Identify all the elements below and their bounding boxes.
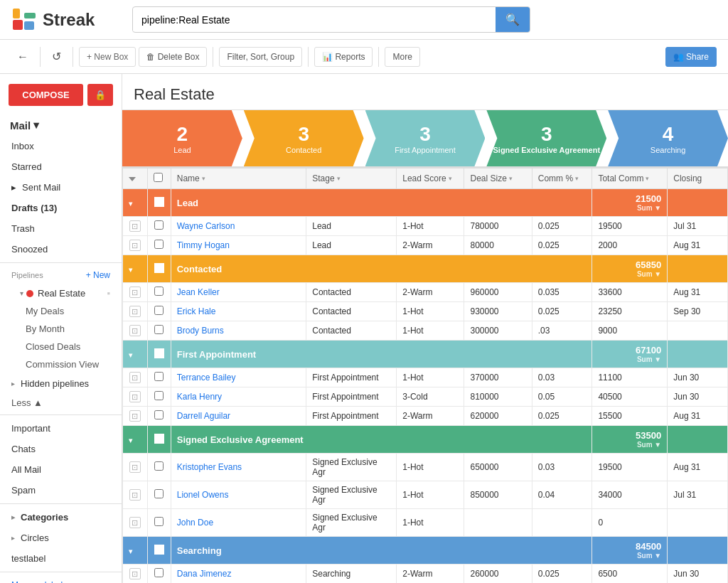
table-row[interactable]: ⊡ Terrance Bailey First Appointment 1-Ho… xyxy=(123,368,728,387)
sidebar-item-important[interactable]: Important xyxy=(0,418,122,439)
group-checkbox[interactable] xyxy=(154,197,164,207)
row-expand-icon[interactable]: ⊡ xyxy=(129,489,141,501)
row-expand-icon[interactable]: ⊡ xyxy=(129,306,141,317)
row-checkbox[interactable] xyxy=(154,391,164,400)
reports-button[interactable]: 📊 Reports xyxy=(314,47,373,67)
row-expand-icon[interactable]: ⊡ xyxy=(129,287,141,298)
pipeline-real-estate[interactable]: ▾ Real Estate ▪ xyxy=(0,284,122,302)
back-button[interactable]: ← xyxy=(11,46,34,68)
row-name[interactable]: Timmy Hogan xyxy=(171,236,306,255)
stage-first-appointment[interactable]: 3 First Appointment xyxy=(365,110,486,166)
search-bar[interactable]: 🔍 xyxy=(132,6,530,33)
group-checkbox-cell[interactable] xyxy=(147,189,171,217)
new-box-button[interactable]: + New Box xyxy=(79,47,136,67)
row-expand-icon[interactable]: ⊡ xyxy=(129,240,141,251)
select-all-checkbox[interactable] xyxy=(154,173,163,182)
sidebar-categories[interactable]: ▸ Categories xyxy=(0,507,122,528)
col-deal-size[interactable]: Deal Size ▾ xyxy=(464,169,532,189)
sidebar-testlabel[interactable]: testlabel xyxy=(0,548,122,569)
table-row[interactable]: ⊡ Dana Jimenez Searching 2-Warm 260000 0… xyxy=(123,565,728,584)
row-name[interactable]: Dana Jimenez xyxy=(171,565,306,584)
search-input[interactable] xyxy=(133,9,496,31)
group-checkbox-cell[interactable] xyxy=(147,255,171,283)
row-name[interactable]: Lionel Owens xyxy=(171,481,306,509)
row-checkbox[interactable] xyxy=(154,461,164,471)
share-button[interactable]: 👥 Share xyxy=(665,47,717,67)
table-row[interactable]: ⊡ Erick Hale Contacted 1-Hot 930000 0.02… xyxy=(123,302,728,321)
col-lead-score[interactable]: Lead Score ▾ xyxy=(397,169,464,189)
row-checkbox[interactable] xyxy=(154,410,164,419)
manage-labels[interactable]: Manage labels xyxy=(0,575,122,583)
row-name[interactable]: Wayne Carlson xyxy=(171,217,306,236)
row-checkbox-cell[interactable] xyxy=(147,509,171,537)
row-checkbox[interactable] xyxy=(154,517,164,526)
refresh-button[interactable]: ↺ xyxy=(46,46,67,68)
row-expand-icon[interactable]: ⊡ xyxy=(129,325,141,336)
new-pipeline-button[interactable]: + New xyxy=(86,270,110,280)
stage-searching[interactable]: 4 Searching xyxy=(608,110,728,166)
stage-signed[interactable]: 3 Signed Exclusive Agreement xyxy=(486,110,606,166)
row-expand-icon[interactable]: ⊡ xyxy=(129,220,141,232)
pipeline-settings-icon[interactable]: ▪ xyxy=(107,288,110,299)
sidebar-item-drafts[interactable]: Drafts (13) xyxy=(0,198,122,218)
row-name[interactable]: Kristopher Evans xyxy=(171,454,306,481)
group-toggle[interactable]: ▾ xyxy=(123,189,148,217)
group-checkbox-cell[interactable] xyxy=(147,341,171,368)
row-expand-icon[interactable]: ⊡ xyxy=(129,568,141,579)
group-toggle[interactable]: ▾ xyxy=(123,426,148,454)
row-checkbox-cell[interactable] xyxy=(147,283,171,302)
row-checkbox[interactable] xyxy=(154,489,164,498)
search-button[interactable]: 🔍 xyxy=(496,7,530,32)
row-checkbox[interactable] xyxy=(154,220,164,230)
row-checkbox[interactable] xyxy=(154,287,164,296)
row-checkbox[interactable] xyxy=(154,325,164,334)
row-name[interactable]: Jean Keller xyxy=(171,283,306,302)
row-expand-icon[interactable]: ⊡ xyxy=(129,410,141,422)
row-checkbox-cell[interactable] xyxy=(147,236,171,255)
mail-dropdown[interactable]: Mail ▾ xyxy=(0,114,122,136)
group-checkbox[interactable] xyxy=(154,545,164,555)
row-name[interactable]: John Doe xyxy=(171,509,306,537)
group-checkbox-cell[interactable] xyxy=(147,426,171,454)
sidebar-circles[interactable]: ▸ Circles xyxy=(0,528,122,548)
row-checkbox-cell[interactable] xyxy=(147,454,171,481)
row-name[interactable]: Brody Burns xyxy=(171,321,306,341)
row-checkbox-cell[interactable] xyxy=(147,368,171,387)
pipelines-header[interactable]: Pipelines + New xyxy=(0,266,122,284)
row-checkbox[interactable] xyxy=(154,240,164,249)
hidden-pipelines[interactable]: ▸ Hidden pipelines xyxy=(0,373,122,394)
table-row[interactable]: ⊡ Darrell Aguilar First Appointment 2-Wa… xyxy=(123,407,728,426)
table-row[interactable]: ⊡ Jean Keller Contacted 2-Warm 960000 0.… xyxy=(123,283,728,302)
col-comm-pct[interactable]: Comm % ▾ xyxy=(532,169,592,189)
row-checkbox[interactable] xyxy=(154,372,164,381)
group-toggle[interactable]: ▾ xyxy=(123,255,148,283)
row-expand-icon[interactable]: ⊡ xyxy=(129,461,141,473)
lock-button[interactable]: 🔒 xyxy=(87,84,113,106)
table-row[interactable]: ⊡ Lionel Owens Signed Exclusive Agr 1-Ho… xyxy=(123,481,728,509)
sidebar-item-sent[interactable]: ▸ Sent Mail xyxy=(0,177,122,198)
stage-contacted[interactable]: 3 Contacted xyxy=(244,110,364,166)
sidebar-item-spam[interactable]: Spam xyxy=(0,480,122,501)
table-row[interactable]: ⊡ Timmy Hogan Lead 2-Warm 80000 0.025 20… xyxy=(123,236,728,255)
filter-sort-button[interactable]: Filter, Sort, Group xyxy=(219,47,302,67)
col-name[interactable]: Name ▾ xyxy=(171,169,306,189)
sidebar-sub-commission-view[interactable]: Commission View xyxy=(0,355,122,373)
row-checkbox-cell[interactable] xyxy=(147,565,171,584)
row-checkbox-cell[interactable] xyxy=(147,481,171,509)
delete-box-button[interactable]: 🗑 Delete Box xyxy=(139,47,207,67)
less-button[interactable]: Less ▲ xyxy=(0,394,122,412)
more-button[interactable]: More xyxy=(385,47,419,67)
row-expand-icon[interactable]: ⊡ xyxy=(129,391,141,402)
row-name[interactable]: Terrance Bailey xyxy=(171,368,306,387)
row-name[interactable]: Erick Hale xyxy=(171,302,306,321)
sidebar-sub-closed-deals[interactable]: Closed Deals xyxy=(0,338,122,355)
group-checkbox-cell[interactable] xyxy=(147,537,171,565)
row-checkbox-cell[interactable] xyxy=(147,321,171,341)
group-toggle[interactable]: ▾ xyxy=(123,537,148,565)
stage-lead[interactable]: 2 Lead xyxy=(122,110,242,166)
col-toggle-icon[interactable] xyxy=(129,177,136,181)
sidebar-item-snoozed[interactable]: Snoozed xyxy=(0,239,122,260)
table-row[interactable]: ⊡ Karla Henry First Appointment 3-Cold 8… xyxy=(123,387,728,407)
row-checkbox-cell[interactable] xyxy=(147,302,171,321)
row-checkbox[interactable] xyxy=(154,568,164,577)
